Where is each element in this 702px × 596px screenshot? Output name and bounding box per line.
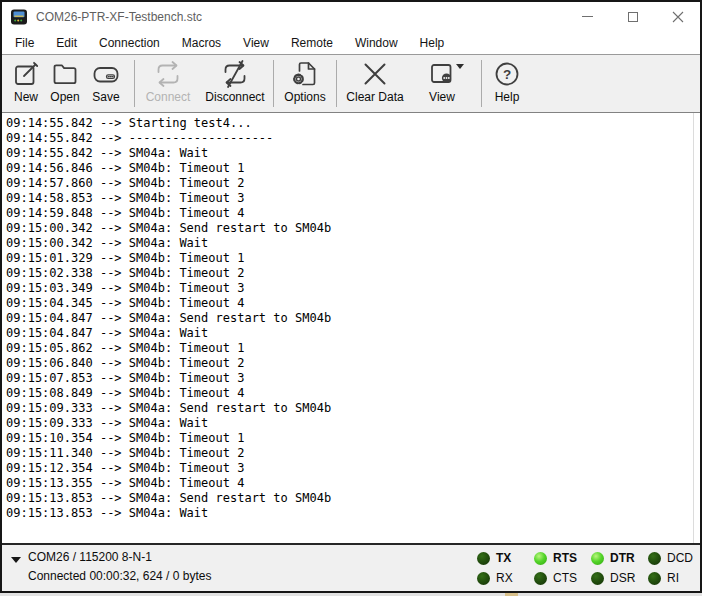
log-line: 09:15:13.355 --> SM04b: Timeout 4 [6,476,700,491]
minimize-icon [582,16,593,17]
led-dsr-icon [591,572,604,585]
menu-bar: File Edit Connection Macros View Remote … [6,31,700,54]
log-line: 09:15:10.354 --> SM04b: Timeout 1 [6,431,700,446]
options-icon [290,59,320,89]
indicator-dtr[interactable]: DTR [591,551,648,565]
close-button[interactable] [655,2,700,31]
toolbar-button-label: New [4,90,48,104]
svg-text:?: ? [503,67,511,82]
log-line: 09:15:07.853 --> SM04b: Timeout 3 [6,371,700,386]
title-bar: COM26-PTR-XF-Testbench.stc [2,2,700,31]
clear-data-button[interactable]: Clear Data [338,57,412,110]
save-button[interactable]: Save [84,57,128,110]
view-button[interactable]: View [412,57,472,110]
indicator-dsr: DSR [591,571,648,585]
log-line: 09:14:57.860 --> SM04b: Timeout 2 [6,176,700,191]
new-button[interactable]: New [4,57,48,110]
caption-buttons [565,2,700,31]
log-line: 09:14:55.842 --> -------------------- [6,131,700,146]
menu-edit[interactable]: Edit [47,33,86,53]
toolbar-button-label: Help [485,90,529,104]
indicator-cts: CTS [534,571,591,585]
menu-remote[interactable]: Remote [282,33,342,53]
open-icon [50,59,80,89]
connect-button[interactable]: Connect [138,57,198,110]
led-cts-icon [534,572,547,585]
window-title: COM26-PTR-XF-Testbench.stc [36,10,202,24]
toolbar-separator [134,60,135,107]
toolbar-button-label: Clear Data [338,90,412,104]
app-window: COM26-PTR-XF-Testbench.stc File Edit Con… [0,0,702,593]
clear-data-icon [360,59,390,89]
indicator-ri: RI [648,571,702,585]
status-port-settings: COM26 / 115200 8-N-1 [28,548,211,567]
log-line: 09:14:58.853 --> SM04b: Timeout 3 [6,191,700,206]
view-dropdown-caret-icon [456,64,464,69]
indicator-label: RI [667,571,679,585]
toolbar-button-label: Save [84,90,128,104]
menu-help[interactable]: Help [411,33,454,53]
maximize-button[interactable] [610,2,655,31]
toolbar-button-label: Open [43,90,87,104]
log-line: 09:15:04.847 --> SM04a: Wait [6,326,700,341]
menu-macros[interactable]: Macros [173,33,230,53]
status-connection-info: Connected 00:00:32, 624 / 0 bytes [28,567,211,586]
app-icon [10,9,28,25]
view-icon [427,59,457,89]
toolbar-button-label: Connect [138,90,198,104]
log-line: 09:15:00.342 --> SM04a: Send restart to … [6,221,700,236]
log-line: 09:15:01.329 --> SM04b: Timeout 1 [6,251,700,266]
menu-connection[interactable]: Connection [90,33,169,53]
toolbar-button-label: View [412,90,472,104]
close-icon [672,11,684,23]
new-icon [11,59,41,89]
open-button[interactable]: Open [43,57,87,110]
terminal-output[interactable]: 09:14:55.842 --> Starting test4...09:14:… [2,113,700,543]
help-button[interactable]: ? Help [485,57,529,110]
log-line: 09:15:13.853 --> SM04a: Send restart to … [6,491,700,506]
indicator-label: CTS [553,571,577,585]
minimize-button[interactable] [565,2,610,31]
log-line: 09:15:00.342 --> SM04a: Wait [6,236,700,251]
indicator-label: RTS [553,551,577,565]
status-dropdown-icon[interactable] [11,557,21,563]
indicator-rts[interactable]: RTS [534,551,591,565]
log-line: 09:15:08.849 --> SM04b: Timeout 4 [6,386,700,401]
log-line: 09:15:11.340 --> SM04b: Timeout 2 [6,446,700,461]
log-line: 09:15:09.333 --> SM04a: Send restart to … [6,401,700,416]
log-line: 09:15:05.862 --> SM04b: Timeout 1 [6,341,700,356]
log-line: 09:14:55.842 --> Starting test4... [6,116,700,131]
serial-indicator-grid: TXRXRTSCTSDTRDSRDCDRI [477,548,702,588]
indicator-dcd: DCD [648,551,702,565]
log-line: 09:15:06.840 --> SM04b: Timeout 2 [6,356,700,371]
indicator-tx[interactable]: TX [477,551,534,565]
disconnect-button[interactable]: Disconnect [196,57,274,110]
save-icon [91,59,121,89]
indicator-label: TX [496,551,511,565]
led-ri-icon [648,572,661,585]
log-line: 09:15:04.847 --> SM04a: Send restart to … [6,311,700,326]
menu-window[interactable]: Window [346,33,407,53]
status-texts: COM26 / 115200 8-N-1 Connected 00:00:32,… [28,548,211,586]
led-tx-icon [477,552,490,565]
toolbar-button-label: Disconnect [196,90,274,104]
toolbar-button-label: Options [275,90,335,104]
led-rts-icon [534,552,547,565]
connect-icon [153,59,183,89]
menu-file[interactable]: File [6,33,43,53]
toolbar: New Open Save Connect [2,54,700,113]
indicator-label: DTR [610,551,635,565]
toolbar-separator [273,60,274,107]
led-rx-icon [477,572,490,585]
menu-view[interactable]: View [234,33,278,53]
log-line: 09:14:56.846 --> SM04b: Timeout 1 [6,161,700,176]
indicator-label: DCD [667,551,693,565]
log-line: 09:15:09.333 --> SM04a: Wait [6,416,700,431]
log-line: 09:14:55.842 --> SM04a: Wait [6,146,700,161]
log-line: 09:15:13.853 --> SM04a: Wait [6,506,700,521]
toolbar-separator [336,60,337,107]
options-button[interactable]: Options [275,57,335,110]
indicator-rx: RX [477,571,534,585]
indicator-label: RX [496,571,513,585]
led-dcd-icon [648,552,661,565]
